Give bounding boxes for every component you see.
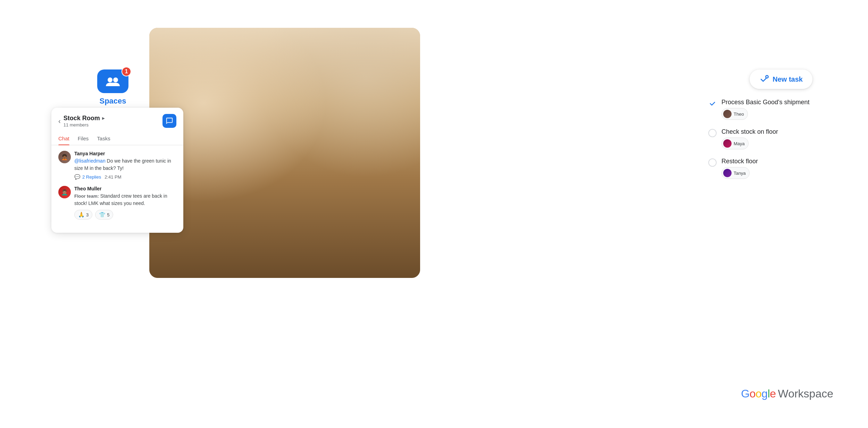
- new-task-label: New task: [773, 75, 803, 83]
- message-text-theo: Floor team: Standard crew tees are back …: [74, 192, 176, 207]
- shirt-count: 5: [107, 212, 109, 217]
- message-replies[interactable]: 💬 2 Replies 2:41 PM: [74, 174, 176, 180]
- message-author-theo: Theo Muller: [74, 186, 176, 191]
- task-check-plus-icon: [759, 74, 769, 84]
- replies-icon: 💬: [74, 174, 80, 180]
- task-assignee-1: Theo: [721, 108, 748, 120]
- store-photo: [149, 28, 420, 278]
- tab-files[interactable]: Files: [78, 132, 89, 145]
- tab-tasks[interactable]: Tasks: [97, 132, 110, 145]
- avatar-tanya: 🧑🏾‍🦱: [58, 151, 71, 163]
- task-info-1: Process Basic Good's shipment Theo: [721, 99, 810, 120]
- assignee-name-3: Tanya: [734, 171, 746, 176]
- google-logo-text: Google: [741, 387, 776, 400]
- message-mention[interactable]: @lisafriedman: [74, 158, 106, 164]
- task-item-1: Process Basic Good's shipment Theo: [708, 99, 826, 120]
- task-checkbox-3[interactable]: [708, 158, 717, 167]
- task-name-2: Check stock on floor: [721, 128, 778, 135]
- back-button[interactable]: ‹: [58, 117, 61, 125]
- chat-title: Stock Room ▸: [64, 115, 105, 122]
- task-item-3: Restock floor Tanya: [708, 158, 826, 179]
- spaces-icon-wrapper[interactable]: 1: [97, 69, 128, 93]
- google-workspace-logo: Google Workspace: [741, 387, 833, 400]
- chat-tabs: Chat Files Tasks: [51, 132, 183, 145]
- avatar-theo: 👨🏽‍🦱: [58, 186, 71, 198]
- task-info-2: Check stock on floor Maya: [721, 128, 778, 149]
- reaction-shirt[interactable]: 👕 5: [95, 210, 113, 220]
- task-name-3: Restock floor: [721, 158, 758, 165]
- task-item-2: Check stock on floor Maya: [708, 128, 826, 149]
- new-task-button[interactable]: New task: [750, 69, 812, 89]
- task-info-3: Restock floor Tanya: [721, 158, 758, 179]
- replies-time: 2:41 PM: [105, 174, 121, 180]
- chat-bubbles-icon: [166, 117, 173, 125]
- workspace-text: Workspace: [778, 387, 833, 400]
- message-content-tanya: Tanya Harper @lisafriedman Do we have th…: [74, 151, 176, 180]
- assignee-avatar-maya: [723, 139, 732, 148]
- reactions: 🙏 3 👕 5: [74, 210, 176, 220]
- chat-members: 11 members: [64, 122, 105, 127]
- svg-point-1: [113, 77, 118, 82]
- chat-header: ‹ Stock Room ▸ 11 members: [51, 108, 183, 128]
- pray-count: 3: [86, 212, 89, 217]
- message-item: 🧑🏾‍🦱 Tanya Harper @lisafriedman Do we ha…: [58, 151, 176, 180]
- new-task-icon: [759, 74, 769, 84]
- tasks-panel: New task Process Basic Good's shipment T…: [708, 69, 826, 179]
- task-checkbox-2[interactable]: [708, 129, 717, 137]
- tab-chat[interactable]: Chat: [58, 132, 69, 145]
- reaction-pray[interactable]: 🙏 3: [74, 210, 92, 220]
- chat-header-left: ‹ Stock Room ▸ 11 members: [58, 115, 105, 127]
- spaces-icon: [105, 73, 121, 90]
- chat-title-arrow: ▸: [102, 115, 105, 121]
- assignee-name-2: Maya: [734, 141, 745, 146]
- store-background: [149, 28, 420, 278]
- checkmark-icon: [709, 100, 716, 107]
- assignee-avatar-theo: [723, 110, 732, 118]
- chat-messages: 🧑🏾‍🦱 Tanya Harper @lisafriedman Do we ha…: [51, 145, 183, 220]
- assignee-avatar-tanya: [723, 169, 732, 177]
- assignee-name-1: Theo: [734, 112, 744, 117]
- chat-action-button[interactable]: [162, 114, 176, 128]
- message-text: @lisafriedman Do we have the green tunic…: [74, 157, 176, 172]
- spaces-label: Spaces: [99, 97, 126, 106]
- message-author: Tanya Harper: [74, 151, 176, 156]
- task-assignee-2: Maya: [721, 138, 749, 149]
- pray-emoji: 🙏: [78, 212, 85, 218]
- svg-point-0: [108, 77, 112, 82]
- replies-count: 2 Replies: [82, 174, 101, 180]
- chat-title-block: Stock Room ▸ 11 members: [64, 115, 105, 127]
- spaces-notification-badge: 1: [122, 67, 131, 76]
- task-assignee-3: Tanya: [721, 167, 750, 179]
- shirt-emoji: 👕: [99, 212, 106, 218]
- task-name-1: Process Basic Good's shipment: [721, 99, 810, 106]
- chat-card: ‹ Stock Room ▸ 11 members Chat Files Tas…: [51, 108, 183, 233]
- spaces-card: 1 Spaces: [97, 69, 128, 106]
- task-checkbox-1[interactable]: [708, 99, 717, 108]
- floor-label: Floor team:: [74, 194, 99, 199]
- message-content-theo: Theo Muller Floor team: Standard crew te…: [74, 186, 176, 220]
- message-item: 👨🏽‍🦱 Theo Muller Floor team: Standard cr…: [58, 186, 176, 220]
- task-list: Process Basic Good's shipment Theo Check…: [708, 99, 826, 179]
